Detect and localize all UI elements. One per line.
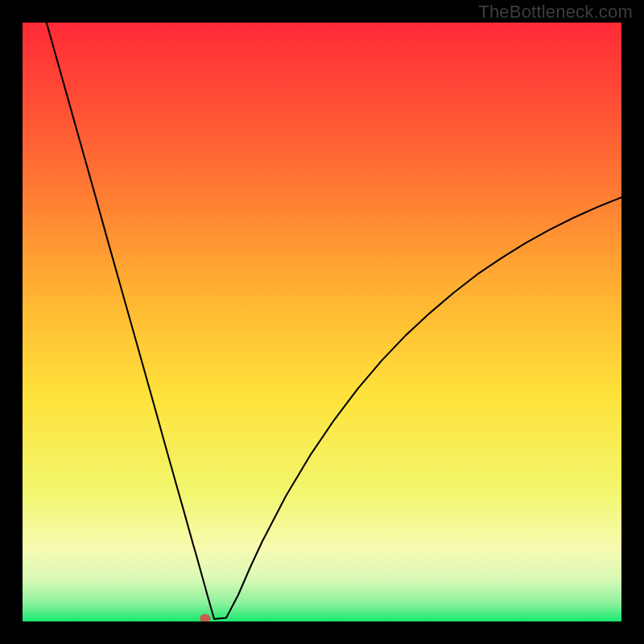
gradient-background [23, 23, 621, 621]
watermark-text: TheBottleneck.com [478, 2, 633, 23]
chart-frame: TheBottleneck.com [0, 0, 644, 644]
chart-svg [23, 23, 621, 621]
chart-plot-area [23, 23, 621, 621]
